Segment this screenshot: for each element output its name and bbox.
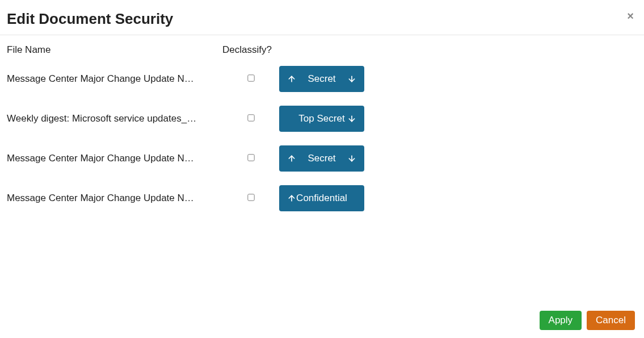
arrow-up-icon (287, 74, 296, 84)
table-header: File Name Declassify? (7, 44, 637, 56)
file-name: Weekly digest: Microsoft service updates… (7, 113, 222, 124)
arrow-up-icon (287, 154, 296, 163)
apply-button[interactable]: Apply (540, 311, 582, 330)
column-header-filename: File Name (7, 44, 222, 56)
close-icon: × (627, 10, 634, 22)
classification-button[interactable]: Secret (279, 66, 364, 92)
dialog-header: Edit Document Security × (0, 0, 644, 35)
file-name: Message Center Major Change Update N… (7, 193, 222, 204)
column-header-declassify: Declassify? (222, 44, 279, 56)
declassify-checkbox[interactable] (247, 154, 254, 161)
declassify-cell (222, 74, 279, 84)
classification-label: Confidential (296, 193, 347, 204)
file-name: Message Center Major Change Update N… (7, 73, 222, 85)
arrow-up-icon (287, 194, 296, 203)
dialog-footer: Apply Cancel (0, 305, 644, 338)
cancel-button[interactable]: Cancel (587, 311, 635, 330)
dialog-title: Edit Document Security (7, 10, 173, 28)
classification-cell: Confidential (279, 185, 364, 211)
file-row: Weekly digest: Microsoft service updates… (7, 106, 637, 132)
declassify-checkbox[interactable] (247, 114, 254, 121)
classification-cell: Top Secret (279, 106, 364, 132)
close-button[interactable]: × (625, 10, 636, 22)
arrow-down-icon (347, 114, 356, 123)
classification-cell: Secret (279, 66, 364, 92)
file-row: Message Center Major Change Update N…Sec… (7, 145, 637, 172)
classification-button[interactable]: Confidential (279, 185, 364, 211)
declassify-cell (222, 193, 279, 203)
classification-label: Secret (296, 153, 347, 164)
arrow-down-icon (347, 154, 356, 163)
declassify-cell (222, 114, 279, 124)
classification-cell: Secret (279, 145, 364, 172)
declassify-checkbox[interactable] (247, 194, 254, 201)
dialog-body: File Name Declassify? Message Center Maj… (0, 35, 644, 305)
file-row: Message Center Major Change Update N…Sec… (7, 66, 637, 92)
arrow-placeholder (287, 114, 296, 123)
edit-document-security-dialog: Edit Document Security × File Name Decla… (0, 0, 644, 338)
classification-button[interactable]: Secret (279, 145, 364, 172)
declassify-cell (222, 153, 279, 164)
classification-label: Secret (296, 73, 347, 85)
file-name: Message Center Major Change Update N… (7, 153, 222, 164)
arrow-down-icon (347, 74, 356, 84)
classification-label: Top Secret (296, 113, 347, 124)
file-row: Message Center Major Change Update N…Con… (7, 185, 637, 211)
declassify-checkbox[interactable] (247, 74, 254, 81)
arrow-placeholder (347, 194, 356, 203)
classification-button[interactable]: Top Secret (279, 106, 364, 132)
